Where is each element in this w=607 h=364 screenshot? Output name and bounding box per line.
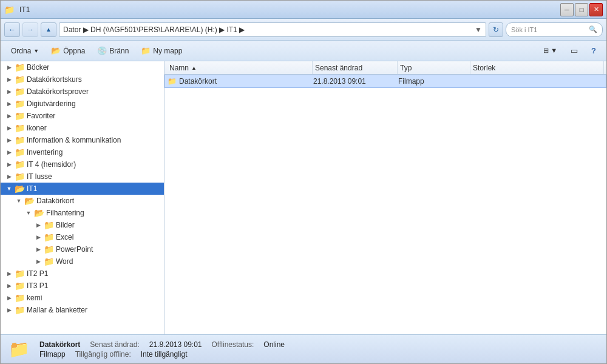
col-header-date[interactable]: Senast ändrad: [313, 61, 398, 74]
main-content: ▶📁Böcker▶📁Datakörkortskurs▶📁Datakörkorts…: [1, 61, 606, 334]
address-path[interactable]: Dator ▶ DH (\\AGF501\PERS\LARARE\AL) (H:…: [59, 22, 486, 37]
tree-item-it3p1[interactable]: ▶📁IT3 P1: [1, 280, 164, 292]
tree-toggle-powerpoint: ▶: [33, 246, 43, 252]
tree-item-word[interactable]: ▶📁Word: [1, 255, 164, 268]
tree-label-favoriter: Favoriter: [27, 112, 55, 120]
tree-item-itlusse[interactable]: ▶📁IT lusse: [1, 170, 164, 183]
tree-toggle-ikoner: ▶: [4, 125, 14, 131]
table-row[interactable]: 📁Datakörkort21.8.2013 09:01Filmapp: [164, 75, 606, 88]
tree-item-datakorkortskurs[interactable]: ▶📁Datakörkortskurs: [1, 73, 164, 86]
tree-label-itlusse: IT lusse: [27, 172, 52, 181]
tree-toggle-it2p1: ▶: [4, 271, 14, 277]
tree-item-datakorkortsprover[interactable]: ▶📁Datakörkortsprover: [1, 86, 164, 98]
tree-label-filhantering: Filhantering: [46, 209, 84, 217]
tree-label-bocker: Böcker: [27, 63, 49, 72]
tree-toggle-favoriter: ▶: [4, 113, 14, 119]
folder-icon-infkomm: 📁: [14, 136, 25, 144]
folder-icon-datakorkortsprover: 📁: [14, 87, 25, 96]
tree-item-bocker[interactable]: ▶📁Böcker: [1, 61, 164, 73]
status-available-label: Tillgänglig offline:: [75, 350, 131, 359]
folder-icon-it2p1: 📁: [14, 269, 25, 278]
tree-item-powerpoint[interactable]: ▶📁PowerPoint: [1, 243, 164, 255]
tree-item-it1[interactable]: ▼📂IT1: [1, 183, 164, 195]
tree-label-datakorkortskurs: Datakörkortskurs: [27, 75, 82, 84]
tree-toggle-datakorkort: ▼: [14, 198, 24, 204]
organize-button[interactable]: Ordna ▼: [5, 43, 44, 59]
maximize-button[interactable]: □: [575, 3, 588, 16]
status-date-label: Senast ändrad:: [90, 340, 139, 349]
tree-item-favoriter[interactable]: ▶📁Favoriter: [1, 110, 164, 122]
tree-item-kemi[interactable]: ▶📁kemi: [1, 292, 164, 304]
folder-icon-it4hem: 📁: [14, 160, 25, 169]
tree-toggle-it4hem: ▶: [4, 161, 14, 167]
status-offline-label: Offlinestatus:: [212, 340, 254, 349]
new-folder-button[interactable]: 📁 Ny mapp: [135, 43, 188, 59]
tree-item-inventering[interactable]: ▶📁Inventering: [1, 146, 164, 158]
address-bar: ← → ▲ Dator ▶ DH (\\AGF501\PERS\LARARE\A…: [1, 19, 606, 41]
tree-item-it4hem[interactable]: ▶📁IT 4 (hemsidor): [1, 158, 164, 170]
folder-icon-bilder: 📁: [43, 221, 54, 229]
folder-icon-filhantering: 📂: [33, 209, 44, 217]
view-options-button[interactable]: ⊞ ▼: [538, 43, 563, 59]
file-folder-icon: 📁: [168, 77, 177, 86]
status-folder-icon: 📁: [8, 339, 30, 360]
back-button[interactable]: ←: [4, 22, 20, 37]
tree-container: ▶📁Böcker▶📁Datakörkortskurs▶📁Datakörkorts…: [1, 61, 164, 316]
tree-label-digiutvard: Digiutvärdering: [27, 99, 76, 108]
tree-item-datakorkort[interactable]: ▼📂Datakörkort: [1, 195, 164, 207]
tree-label-infkomm: Information & kommunikation: [27, 136, 121, 144]
burn-button[interactable]: 💿 Bränn: [92, 43, 134, 59]
status-bar: 📁 Datakörkort Senast ändrad: 21.8.2013 0…: [1, 334, 606, 363]
status-item-name: Datakörkort: [39, 340, 80, 349]
up-button[interactable]: ▲: [41, 22, 56, 37]
tree-item-ikoner[interactable]: ▶📁ikoner: [1, 122, 164, 134]
tree-toggle-bocker: ▶: [4, 64, 14, 70]
tree-toggle-word: ▶: [33, 258, 43, 265]
open-button[interactable]: 📂 Öppna: [46, 43, 90, 59]
tree-toggle-inventering: ▶: [4, 149, 14, 155]
path-text: Dator ▶ DH (\\AGF501\PERS\LARARE\AL) (H:…: [63, 25, 245, 34]
tree-item-infkomm[interactable]: ▶📁Information & kommunikation: [1, 134, 164, 146]
tree-label-inventering: Inventering: [27, 148, 63, 157]
tree-label-word: Word: [56, 257, 73, 266]
status-row-2: Filmapp Tillgänglig offline: Inte tillgä…: [39, 350, 285, 359]
tree-toggle-mallar: ▶: [4, 307, 14, 313]
right-panel: Namn ▲ Senast ändrad Typ Storlek 📁Datakö…: [164, 61, 606, 334]
col-header-name[interactable]: Namn ▲: [167, 61, 313, 74]
close-button[interactable]: ✕: [589, 3, 603, 16]
tree-label-datakorkortsprover: Datakörkortsprover: [27, 87, 89, 96]
tree-toggle-kemi: ▶: [4, 295, 14, 301]
search-box[interactable]: Sök i IT1 🔍: [506, 22, 603, 37]
new-folder-icon: 📁: [141, 46, 151, 55]
explorer-window: 📁 IT1 ─ □ ✕ ← → ▲ Dator ▶ DH (\\AGF501\P…: [0, 0, 607, 364]
folder-icon-it1: 📂: [14, 184, 25, 193]
folder-icon-powerpoint: 📁: [43, 245, 54, 254]
minimize-button[interactable]: ─: [560, 3, 574, 16]
tree-item-bilder[interactable]: ▶📁Bilder: [1, 219, 164, 231]
col-header-type[interactable]: Typ: [398, 61, 470, 74]
preview-button[interactable]: ▭: [565, 43, 583, 59]
status-date-value: 21.8.2013 09:01: [149, 340, 202, 349]
col-header-size[interactable]: Storlek: [470, 61, 604, 74]
search-icon: 🔍: [589, 25, 597, 33]
tree-toggle-excel: ▶: [33, 234, 43, 240]
title-bar: 📁 IT1 ─ □ ✕: [1, 1, 606, 19]
column-headers: Namn ▲ Senast ändrad Typ Storlek: [164, 61, 606, 75]
toolbar-right: ⊞ ▼ ▭ ?: [538, 43, 602, 59]
window-title: IT1: [19, 5, 30, 14]
file-type-cell: Filmapp: [398, 77, 471, 86]
status-row-1: Datakörkort Senast ändrad: 21.8.2013 09:…: [39, 340, 285, 349]
refresh-button[interactable]: ↻: [489, 22, 503, 37]
tree-label-powerpoint: PowerPoint: [56, 245, 93, 254]
tree-item-filhantering[interactable]: ▼📂Filhantering: [1, 207, 164, 219]
tree-item-mallar[interactable]: ▶📁Mallar & blanketter: [1, 304, 164, 316]
tree-item-excel[interactable]: ▶📁Excel: [1, 231, 164, 243]
help-button[interactable]: ?: [586, 43, 602, 59]
tree-label-it2p1: IT2 P1: [27, 269, 48, 278]
tree-item-it2p1[interactable]: ▶📁IT2 P1: [1, 268, 164, 280]
tree-toggle-itlusse: ▶: [4, 174, 14, 180]
burn-label: Bränn: [109, 47, 129, 55]
tree-item-digiutvard[interactable]: ▶📁Digiutvärdering: [1, 98, 164, 110]
forward-button[interactable]: →: [22, 22, 38, 37]
tree-toggle-digiutvard: ▶: [4, 101, 14, 107]
